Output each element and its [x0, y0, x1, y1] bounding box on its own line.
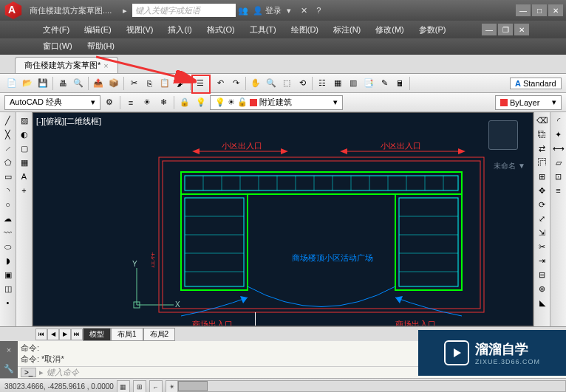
stretch-icon[interactable]: ⇲ — [536, 226, 549, 239]
drawing-canvas[interactable]: [-][俯视][二维线框] X Y 未命名 ▼ 小区出入口 小区出入口 — [33, 112, 533, 326]
region-icon[interactable]: ▢ — [18, 142, 31, 155]
array-icon[interactable]: ⊞ — [536, 170, 549, 183]
menu-view[interactable]: 视图(V) — [120, 23, 160, 37]
pline-icon[interactable]: ⟋ — [1, 142, 15, 155]
cmd-prompt-icon[interactable]: >_ — [21, 368, 36, 377]
break-icon[interactable]: ⊟ — [536, 268, 549, 281]
gradient-icon[interactable]: ◐ — [18, 128, 31, 141]
menu-window[interactable]: 窗口(W) — [37, 39, 78, 53]
insert-icon[interactable]: ▣ — [1, 268, 15, 281]
new-icon[interactable]: 📄 — [4, 76, 19, 91]
command-input[interactable]: 键入命令 — [47, 367, 79, 378]
tab-model[interactable]: 模型 — [83, 328, 111, 341]
viewport-label[interactable]: [-][俯视][二维线框] — [36, 116, 101, 127]
circle-icon[interactable]: ○ — [1, 198, 15, 211]
line-icon[interactable]: ╱ — [1, 114, 15, 127]
doc-close-button[interactable]: ✕ — [514, 24, 529, 35]
area-icon[interactable]: ▱ — [552, 156, 565, 169]
draworder-icon[interactable]: ≡ — [552, 184, 565, 197]
doc-minimize-button[interactable]: — — [482, 24, 497, 35]
h-scrollbar[interactable] — [177, 380, 566, 392]
exchange-icon[interactable]: ✕ — [297, 4, 310, 17]
print-icon[interactable]: 🖶 — [55, 76, 70, 91]
menu-insert[interactable]: 插入(I) — [162, 23, 197, 37]
chamfer-icon[interactable]: ◣ — [536, 296, 549, 309]
addselected-icon[interactable]: + — [18, 184, 31, 197]
tab-first-icon[interactable]: ⏮ — [35, 329, 47, 340]
spline-icon[interactable]: 〰 — [1, 226, 15, 239]
menu-annotate[interactable]: 标注(N) — [327, 23, 366, 37]
properties-icon[interactable]: ☷ — [315, 76, 330, 91]
fillet-icon[interactable]: ◜ — [552, 114, 565, 127]
login-label[interactable]: 登录 — [265, 5, 282, 16]
search-input[interactable]: 键入关键字或短语 — [132, 4, 236, 17]
cmd-wrench-icon[interactable]: 🔧 — [4, 364, 14, 374]
minimize-button[interactable]: — — [516, 4, 531, 16]
hatch-icon[interactable]: ▨ — [18, 114, 31, 127]
revcloud-icon[interactable]: ☁ — [1, 212, 15, 225]
point-icon[interactable]: • — [1, 296, 15, 309]
menu-edit[interactable]: 编辑(E) — [78, 23, 117, 37]
table-icon[interactable]: ▦ — [18, 156, 31, 169]
tab-layout2[interactable]: 布局2 — [143, 328, 176, 341]
layer-dropdown[interactable]: 💡 ☀ 🔓 附近建筑 ▾ — [210, 95, 343, 110]
maximize-button[interactable]: □ — [532, 4, 547, 16]
zoomprev-icon[interactable]: ⟲ — [295, 76, 310, 91]
ws-settings-icon[interactable]: ⚙ — [102, 95, 117, 110]
menu-format[interactable]: 格式(O) — [201, 23, 241, 37]
layer-props-icon[interactable]: ≡ — [123, 95, 138, 110]
markup-icon[interactable]: ✎ — [377, 76, 392, 91]
join-icon[interactable]: ⊕ — [536, 282, 549, 295]
help-icon[interactable]: ? — [312, 4, 325, 17]
grid-icon[interactable]: ⊞ — [133, 380, 146, 393]
signin-icon[interactable]: 👤 — [251, 4, 265, 17]
snap-icon[interactable]: ▦ — [117, 380, 130, 393]
arc-icon[interactable]: ◝ — [1, 184, 15, 197]
menu-help[interactable]: 帮助(H) — [81, 39, 120, 53]
save-icon[interactable]: 💾 — [35, 76, 50, 91]
close-button[interactable]: ✕ — [548, 4, 563, 16]
preview-icon[interactable]: 🔍 — [71, 76, 86, 91]
offset-icon[interactable]: ⿸ — [536, 156, 549, 169]
ortho-icon[interactable]: ⌐ — [149, 380, 163, 393]
qselect-icon[interactable]: ⊡ — [552, 170, 565, 183]
sheetset-icon[interactable]: 📑 — [361, 76, 376, 91]
zoomwin-icon[interactable]: ⬚ — [279, 76, 294, 91]
dropdown2-icon[interactable]: ▾ — [282, 4, 296, 17]
scale-icon[interactable]: ⤢ — [536, 212, 549, 225]
block-icon[interactable]: ◫ — [1, 282, 15, 295]
extend-icon[interactable]: ⇥ — [536, 254, 549, 267]
move-icon[interactable]: ✥ — [536, 184, 549, 197]
bylayer-dropdown[interactable]: ByLayer ▾ — [495, 95, 562, 110]
copy2-icon[interactable]: ⿻ — [536, 128, 549, 141]
menu-tools[interactable]: 工具(T) — [244, 23, 282, 37]
calc-icon[interactable]: 🖩 — [392, 76, 407, 91]
dist-icon[interactable]: ⟷ — [552, 142, 565, 155]
layeron-icon[interactable]: 💡 — [194, 95, 208, 110]
dropdown-icon[interactable]: ▸ — [118, 4, 132, 17]
layeriso-icon[interactable]: 🔒 — [177, 95, 192, 110]
search-icon[interactable]: 👥 — [236, 4, 250, 17]
zoom-icon[interactable]: 🔍 — [264, 76, 279, 91]
tab-last-icon[interactable]: ⏭ — [71, 329, 83, 340]
erase-icon[interactable]: ⌫ — [536, 114, 549, 127]
menu-file[interactable]: 文件(F) — [37, 23, 75, 37]
ellipsearc-icon[interactable]: ◗ — [1, 254, 15, 267]
rectangle-icon[interactable]: ▭ — [1, 170, 15, 183]
workspace-dropdown[interactable]: AutoCAD 经典 ▾ — [4, 95, 100, 110]
tab-next-icon[interactable]: ▶ — [59, 329, 71, 340]
style-dropdown[interactable]: A Standard — [510, 78, 562, 89]
mtext-icon[interactable]: A — [18, 170, 31, 183]
explode-icon[interactable]: ✦ — [552, 128, 565, 141]
toolpalette-icon[interactable]: ▥ — [346, 76, 361, 91]
xline-icon[interactable]: ╳ — [1, 128, 15, 141]
designcenter-icon[interactable]: ▦ — [330, 76, 345, 91]
layer-filter-icon[interactable]: ❄ — [156, 95, 171, 110]
mirror-icon[interactable]: ⇄ — [536, 142, 549, 155]
tab-prev-icon[interactable]: ◀ — [47, 329, 59, 340]
tab-layout1[interactable]: 布局1 — [111, 328, 143, 341]
polygon-icon[interactable]: ⬠ — [1, 156, 15, 169]
viewcube-label[interactable]: 未命名 ▼ — [494, 161, 525, 171]
menu-draw[interactable]: 绘图(D) — [285, 23, 324, 37]
ellipse-icon[interactable]: ⬭ — [1, 240, 15, 253]
